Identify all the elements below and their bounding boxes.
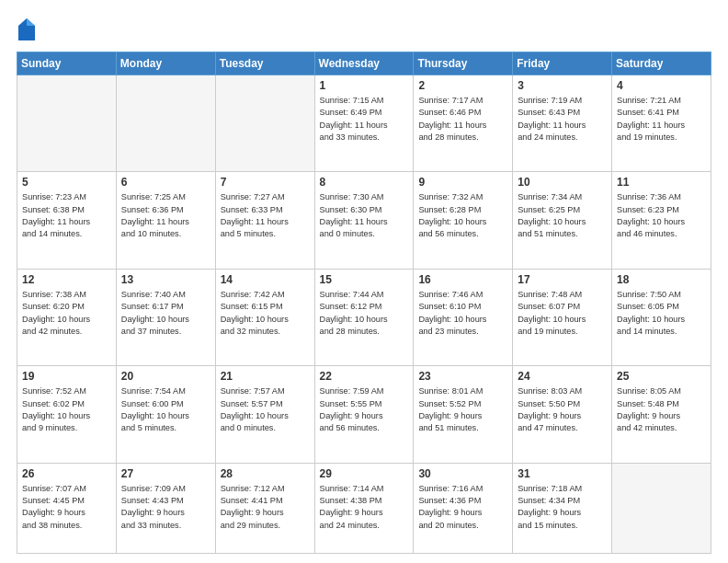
cell-details: Sunrise: 7:36 AMSunset: 6:23 PMDaylight:… (617, 191, 706, 240)
cell-details: Sunrise: 7:15 AMSunset: 6:49 PMDaylight:… (320, 95, 409, 144)
cell-details: Sunrise: 7:50 AMSunset: 6:05 PMDaylight:… (617, 289, 706, 338)
calendar-cell: 11Sunrise: 7:36 AMSunset: 6:23 PMDayligh… (612, 172, 711, 269)
calendar-cell: 19Sunrise: 7:52 AMSunset: 6:02 PMDayligh… (17, 366, 117, 463)
col-header-tuesday: Tuesday (215, 52, 314, 75)
calendar-week-row: 5Sunrise: 7:23 AMSunset: 6:38 PMDaylight… (17, 172, 711, 269)
cell-details: Sunrise: 7:17 AMSunset: 6:46 PMDaylight:… (418, 95, 507, 144)
day-number: 24 (518, 370, 607, 383)
col-header-friday: Friday (513, 52, 612, 75)
calendar-week-row: 26Sunrise: 7:07 AMSunset: 4:45 PMDayligh… (17, 463, 711, 553)
col-header-monday: Monday (116, 52, 215, 75)
day-number: 11 (617, 176, 706, 189)
day-number: 23 (418, 370, 507, 383)
cell-details: Sunrise: 7:40 AMSunset: 6:17 PMDaylight:… (121, 289, 210, 338)
cell-details: Sunrise: 7:07 AMSunset: 4:45 PMDaylight:… (22, 483, 111, 532)
calendar-cell: 28Sunrise: 7:12 AMSunset: 4:41 PMDayligh… (215, 463, 314, 553)
cell-details: Sunrise: 7:21 AMSunset: 6:41 PMDaylight:… (617, 95, 706, 144)
calendar-cell: 20Sunrise: 7:54 AMSunset: 6:00 PMDayligh… (116, 366, 215, 463)
cell-details: Sunrise: 7:42 AMSunset: 6:15 PMDaylight:… (221, 289, 310, 338)
cell-details: Sunrise: 7:19 AMSunset: 6:43 PMDaylight:… (518, 95, 607, 144)
cell-details: Sunrise: 8:01 AMSunset: 5:52 PMDaylight:… (418, 385, 507, 434)
calendar-cell: 8Sunrise: 7:30 AMSunset: 6:30 PMDaylight… (314, 172, 414, 269)
calendar-cell: 13Sunrise: 7:40 AMSunset: 6:17 PMDayligh… (116, 269, 215, 365)
calendar-header-row: SundayMondayTuesdayWednesdayThursdayFrid… (17, 52, 711, 75)
day-number: 4 (617, 79, 706, 92)
calendar-cell (612, 463, 711, 553)
day-number: 20 (121, 370, 210, 383)
day-number: 22 (320, 370, 409, 383)
day-number: 17 (518, 273, 607, 286)
day-number: 9 (418, 176, 507, 189)
day-number: 6 (121, 176, 210, 189)
calendar-cell: 15Sunrise: 7:44 AMSunset: 6:12 PMDayligh… (314, 269, 414, 365)
day-number: 8 (320, 176, 409, 189)
col-header-wednesday: Wednesday (314, 52, 414, 75)
calendar-cell: 31Sunrise: 7:18 AMSunset: 4:34 PMDayligh… (513, 463, 612, 553)
day-number: 1 (320, 79, 409, 92)
calendar-week-row: 1Sunrise: 7:15 AMSunset: 6:49 PMDaylight… (17, 75, 711, 172)
cell-details: Sunrise: 7:57 AMSunset: 5:57 PMDaylight:… (221, 385, 310, 434)
day-number: 15 (320, 273, 409, 286)
col-header-thursday: Thursday (414, 52, 513, 75)
calendar-cell: 4Sunrise: 7:21 AMSunset: 6:41 PMDaylight… (612, 75, 711, 172)
calendar-cell: 6Sunrise: 7:25 AMSunset: 6:36 PMDaylight… (116, 172, 215, 269)
cell-details: Sunrise: 7:25 AMSunset: 6:36 PMDaylight:… (121, 191, 210, 240)
calendar-cell: 27Sunrise: 7:09 AMSunset: 4:43 PMDayligh… (116, 463, 215, 553)
calendar-cell: 14Sunrise: 7:42 AMSunset: 6:15 PMDayligh… (215, 269, 314, 365)
calendar-cell: 22Sunrise: 7:59 AMSunset: 5:55 PMDayligh… (314, 366, 414, 463)
day-number: 31 (518, 467, 607, 480)
cell-details: Sunrise: 7:16 AMSunset: 4:36 PMDaylight:… (418, 483, 507, 532)
day-number: 12 (22, 273, 111, 286)
calendar-cell: 24Sunrise: 8:03 AMSunset: 5:50 PMDayligh… (513, 366, 612, 463)
col-header-sunday: Sunday (17, 52, 117, 75)
day-number: 27 (121, 467, 210, 480)
cell-details: Sunrise: 7:59 AMSunset: 5:55 PMDaylight:… (320, 385, 409, 434)
logo (17, 17, 39, 42)
calendar-cell: 7Sunrise: 7:27 AMSunset: 6:33 PMDaylight… (215, 172, 314, 269)
calendar-week-row: 19Sunrise: 7:52 AMSunset: 6:02 PMDayligh… (17, 366, 711, 463)
calendar-cell: 1Sunrise: 7:15 AMSunset: 6:49 PMDaylight… (314, 75, 414, 172)
calendar-cell: 16Sunrise: 7:46 AMSunset: 6:10 PMDayligh… (414, 269, 513, 365)
calendar-cell: 9Sunrise: 7:32 AMSunset: 6:28 PMDaylight… (414, 172, 513, 269)
cell-details: Sunrise: 8:05 AMSunset: 5:48 PMDaylight:… (617, 385, 706, 434)
day-number: 21 (221, 370, 310, 383)
calendar-cell: 3Sunrise: 7:19 AMSunset: 6:43 PMDaylight… (513, 75, 612, 172)
header (17, 17, 711, 42)
day-number: 10 (518, 176, 607, 189)
day-number: 18 (617, 273, 706, 286)
cell-details: Sunrise: 7:27 AMSunset: 6:33 PMDaylight:… (221, 191, 310, 240)
logo-icon (17, 17, 37, 42)
calendar-cell: 25Sunrise: 8:05 AMSunset: 5:48 PMDayligh… (612, 366, 711, 463)
calendar-cell: 26Sunrise: 7:07 AMSunset: 4:45 PMDayligh… (17, 463, 117, 553)
day-number: 5 (22, 176, 111, 189)
calendar-table: SundayMondayTuesdayWednesdayThursdayFrid… (17, 52, 711, 554)
calendar-cell: 29Sunrise: 7:14 AMSunset: 4:38 PMDayligh… (314, 463, 414, 553)
cell-details: Sunrise: 7:23 AMSunset: 6:38 PMDaylight:… (22, 191, 111, 240)
cell-details: Sunrise: 8:03 AMSunset: 5:50 PMDaylight:… (518, 385, 607, 434)
cell-details: Sunrise: 7:14 AMSunset: 4:38 PMDaylight:… (320, 483, 409, 532)
cell-details: Sunrise: 7:32 AMSunset: 6:28 PMDaylight:… (418, 191, 507, 240)
cell-details: Sunrise: 7:38 AMSunset: 6:20 PMDaylight:… (22, 289, 111, 338)
cell-details: Sunrise: 7:12 AMSunset: 4:41 PMDaylight:… (221, 483, 310, 532)
cell-details: Sunrise: 7:18 AMSunset: 4:34 PMDaylight:… (518, 483, 607, 532)
calendar-cell: 12Sunrise: 7:38 AMSunset: 6:20 PMDayligh… (17, 269, 117, 365)
calendar-cell: 21Sunrise: 7:57 AMSunset: 5:57 PMDayligh… (215, 366, 314, 463)
day-number: 30 (418, 467, 507, 480)
calendar-cell: 17Sunrise: 7:48 AMSunset: 6:07 PMDayligh… (513, 269, 612, 365)
calendar-cell: 10Sunrise: 7:34 AMSunset: 6:25 PMDayligh… (513, 172, 612, 269)
cell-details: Sunrise: 7:54 AMSunset: 6:00 PMDaylight:… (121, 385, 210, 434)
day-number: 16 (418, 273, 507, 286)
cell-details: Sunrise: 7:30 AMSunset: 6:30 PMDaylight:… (320, 191, 409, 240)
calendar-cell (17, 75, 117, 172)
day-number: 26 (22, 467, 111, 480)
day-number: 25 (617, 370, 706, 383)
cell-details: Sunrise: 7:52 AMSunset: 6:02 PMDaylight:… (22, 385, 111, 434)
calendar-cell (116, 75, 215, 172)
day-number: 14 (221, 273, 310, 286)
day-number: 29 (320, 467, 409, 480)
calendar-cell: 23Sunrise: 8:01 AMSunset: 5:52 PMDayligh… (414, 366, 513, 463)
calendar-cell (215, 75, 314, 172)
day-number: 2 (418, 79, 507, 92)
calendar-cell: 2Sunrise: 7:17 AMSunset: 6:46 PMDaylight… (414, 75, 513, 172)
svg-marker-1 (27, 18, 35, 26)
